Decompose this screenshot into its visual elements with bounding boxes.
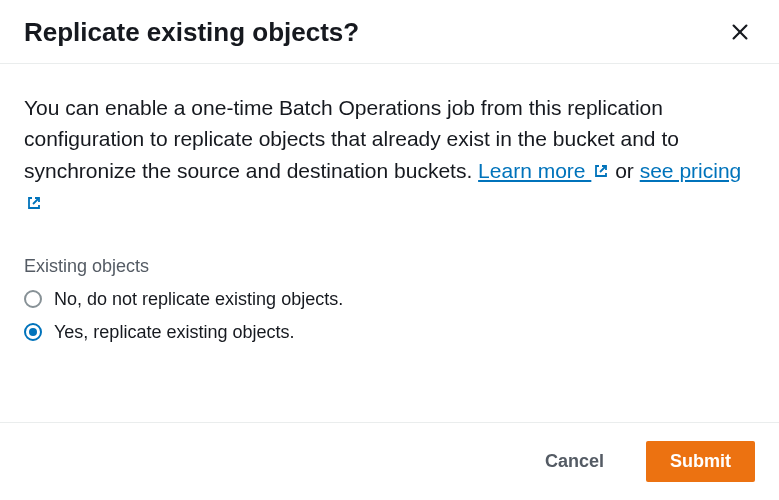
radio-option-no[interactable]: No, do not replicate existing objects. bbox=[24, 289, 755, 310]
modal-header: Replicate existing objects? bbox=[0, 0, 779, 64]
replicate-objects-modal: Replicate existing objects? You can enab… bbox=[0, 0, 779, 500]
radio-icon bbox=[24, 323, 42, 341]
modal-body: You can enable a one-time Batch Operatio… bbox=[0, 64, 779, 423]
modal-title: Replicate existing objects? bbox=[24, 16, 359, 49]
external-link-icon bbox=[26, 188, 42, 220]
radio-label-yes: Yes, replicate existing objects. bbox=[54, 322, 294, 343]
close-button[interactable] bbox=[725, 17, 755, 47]
external-link-icon bbox=[593, 156, 609, 188]
learn-more-link[interactable]: Learn more bbox=[478, 159, 609, 182]
modal-footer: Cancel Submit bbox=[0, 422, 779, 500]
existing-objects-section: Existing objects No, do not replicate ex… bbox=[24, 256, 755, 343]
submit-button[interactable]: Submit bbox=[646, 441, 755, 482]
radio-label-no: No, do not replicate existing objects. bbox=[54, 289, 343, 310]
cancel-button[interactable]: Cancel bbox=[521, 441, 628, 482]
desc-part2: or bbox=[609, 159, 639, 182]
description-text: You can enable a one-time Batch Operatio… bbox=[24, 92, 755, 220]
section-label: Existing objects bbox=[24, 256, 755, 277]
radio-option-yes[interactable]: Yes, replicate existing objects. bbox=[24, 322, 755, 343]
radio-icon bbox=[24, 290, 42, 308]
close-icon bbox=[729, 31, 751, 46]
